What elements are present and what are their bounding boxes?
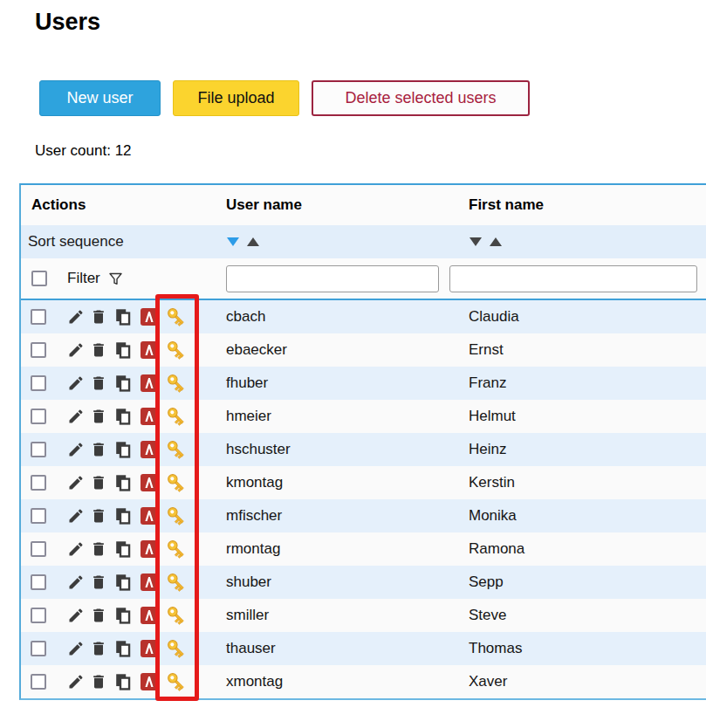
delete-selected-users-button[interactable]: Delete selected users <box>312 80 530 116</box>
row-actions-cell <box>21 372 224 395</box>
column-header-first-name: First name <box>467 196 706 214</box>
copy-icon[interactable] <box>113 340 133 360</box>
cell-user-name: xmontag <box>224 673 467 690</box>
edit-icon[interactable] <box>67 374 85 392</box>
delete-icon[interactable] <box>90 573 107 591</box>
row-actions-cell <box>21 471 224 494</box>
select-all-checkbox[interactable] <box>31 271 47 286</box>
copy-icon[interactable] <box>113 473 133 492</box>
cell-first-name: Xaver <box>467 673 706 690</box>
edit-icon[interactable] <box>67 408 85 425</box>
delete-icon[interactable] <box>90 408 107 425</box>
copy-icon[interactable] <box>113 407 133 426</box>
pdf-icon[interactable] <box>141 640 158 657</box>
row-select-checkbox[interactable] <box>31 309 46 325</box>
table-row: kmontag Kerstin <box>21 466 706 499</box>
copy-icon[interactable] <box>113 573 133 592</box>
copy-icon[interactable] <box>113 672 133 691</box>
row-actions-cell <box>21 637 224 660</box>
sort-user-name-asc-icon[interactable] <box>247 237 259 246</box>
cell-first-name: Heinz <box>467 441 706 458</box>
copy-icon[interactable] <box>113 539 133 559</box>
delete-icon[interactable] <box>90 341 107 359</box>
column-header-user-name: User name <box>224 196 467 214</box>
edit-icon[interactable] <box>67 507 85 525</box>
pdf-icon[interactable] <box>141 474 158 491</box>
pdf-icon[interactable] <box>141 507 158 525</box>
table-body: cbach Claudia <box>21 300 706 698</box>
edit-icon[interactable] <box>67 540 85 558</box>
key-icon[interactable] <box>165 571 188 594</box>
edit-icon[interactable] <box>67 308 85 326</box>
sort-user-name-desc-icon[interactable] <box>227 237 239 246</box>
pdf-icon[interactable] <box>141 441 158 458</box>
key-icon[interactable] <box>165 538 188 560</box>
key-icon[interactable] <box>165 471 188 494</box>
copy-icon[interactable] <box>113 440 133 459</box>
table-row: thauser Thomas <box>21 632 706 665</box>
key-icon[interactable] <box>165 604 188 627</box>
delete-icon[interactable] <box>90 540 107 558</box>
table-header-row: Actions User name First name <box>21 185 706 225</box>
edit-icon[interactable] <box>67 341 85 359</box>
sort-first-name-desc-icon[interactable] <box>470 237 482 246</box>
key-icon[interactable] <box>165 637 188 660</box>
row-select-checkbox[interactable] <box>31 342 46 358</box>
delete-icon[interactable] <box>90 640 107 657</box>
row-select-checkbox[interactable] <box>31 409 46 424</box>
key-icon[interactable] <box>165 505 188 527</box>
key-icon[interactable] <box>165 372 188 395</box>
row-select-checkbox[interactable] <box>31 608 46 623</box>
pdf-icon[interactable] <box>141 607 158 624</box>
pdf-icon[interactable] <box>141 408 158 425</box>
row-select-checkbox[interactable] <box>31 475 46 491</box>
sort-first-name-asc-icon[interactable] <box>490 237 502 246</box>
key-icon[interactable] <box>165 339 188 361</box>
edit-icon[interactable] <box>67 673 85 690</box>
row-select-checkbox[interactable] <box>31 674 46 690</box>
cell-first-name: Steve <box>467 607 706 624</box>
delete-icon[interactable] <box>90 507 107 525</box>
delete-icon[interactable] <box>90 474 107 491</box>
pdf-icon[interactable] <box>141 374 158 392</box>
pdf-icon[interactable] <box>141 341 158 359</box>
copy-icon[interactable] <box>113 606 133 625</box>
row-select-checkbox[interactable] <box>31 375 46 391</box>
pdf-icon[interactable] <box>141 673 158 690</box>
edit-icon[interactable] <box>67 474 85 491</box>
copy-icon[interactable] <box>113 374 133 393</box>
cell-first-name: Helmut <box>467 408 706 425</box>
row-select-checkbox[interactable] <box>31 508 46 524</box>
key-icon[interactable] <box>165 438 188 461</box>
edit-icon[interactable] <box>67 441 85 458</box>
pdf-icon[interactable] <box>141 573 158 591</box>
first-name-filter-input[interactable] <box>449 265 697 292</box>
new-user-button[interactable]: New user <box>39 80 161 116</box>
row-select-checkbox[interactable] <box>31 442 46 457</box>
delete-icon[interactable] <box>90 441 107 458</box>
row-select-checkbox[interactable] <box>31 641 46 656</box>
edit-icon[interactable] <box>67 573 85 591</box>
row-select-checkbox[interactable] <box>31 574 46 590</box>
key-icon[interactable] <box>165 670 188 693</box>
file-upload-button[interactable]: File upload <box>173 80 299 116</box>
delete-icon[interactable] <box>90 607 107 624</box>
delete-icon[interactable] <box>90 374 107 392</box>
delete-icon[interactable] <box>90 673 107 690</box>
edit-icon[interactable] <box>67 607 85 624</box>
user-name-filter-input[interactable] <box>226 265 439 292</box>
filter-funnel-icon[interactable] <box>107 271 124 287</box>
pdf-icon[interactable] <box>141 540 158 558</box>
copy-icon[interactable] <box>113 639 133 658</box>
copy-icon[interactable] <box>113 506 133 525</box>
table-row: hmeier Helmut <box>21 400 706 433</box>
table-row: hschuster Heinz <box>21 433 706 466</box>
edit-icon[interactable] <box>67 640 85 657</box>
row-select-checkbox[interactable] <box>31 541 46 557</box>
copy-icon[interactable] <box>113 307 133 326</box>
delete-icon[interactable] <box>90 308 107 326</box>
key-icon[interactable] <box>165 405 188 428</box>
key-icon[interactable] <box>165 306 188 328</box>
pdf-icon[interactable] <box>141 308 158 326</box>
cell-user-name: rmontag <box>224 540 467 558</box>
